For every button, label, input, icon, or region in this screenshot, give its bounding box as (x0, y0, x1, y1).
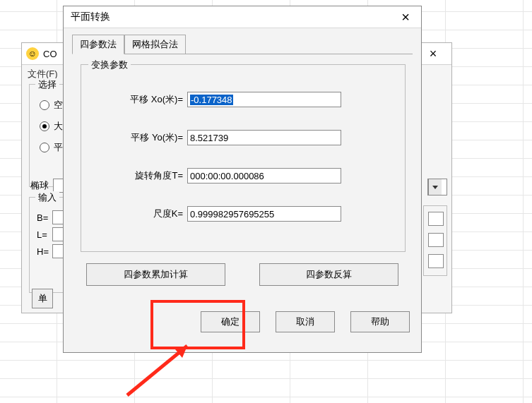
k-input[interactable]: 0.999982957695255 (187, 206, 341, 222)
yo-label: 平移 Yo(米)= (105, 131, 187, 144)
ellipsoid-label: 椭球 (30, 179, 49, 192)
tabs: 四参数法 网格拟合法 (72, 35, 413, 54)
dialog-close-button[interactable]: × (390, 10, 421, 24)
xo-input[interactable]: -0.177348 (187, 92, 341, 107)
t-input[interactable]: 000:00:00.000086 (187, 168, 341, 184)
background-close-button[interactable]: × (419, 47, 447, 60)
mid-button-row: 四参数累加计算 四参数反算 (86, 263, 398, 286)
help-button[interactable]: 帮助 (350, 311, 410, 332)
cancel-button-label: 取消 (296, 315, 314, 328)
yo-value: 8.521739 (190, 133, 228, 143)
background-title: CO (43, 49, 57, 59)
back-combo[interactable] (427, 179, 447, 196)
radio-dot-icon (40, 100, 49, 110)
input-group-legend: 输入 (35, 191, 59, 204)
k-value: 0.999982957695255 (190, 209, 274, 219)
back-right-input-2[interactable] (428, 233, 444, 247)
inverse-button-label: 四参数反算 (306, 268, 352, 281)
ellipsoid-row: 椭球 (30, 179, 67, 193)
ok-button[interactable]: 确定 (201, 311, 260, 332)
radio-da-label: 大 (54, 120, 63, 133)
select-group-legend: 选择 (35, 78, 59, 91)
h-label: H= (37, 246, 52, 257)
tab-grid-fit[interactable]: 网格拟合法 (124, 35, 186, 54)
accumulate-button[interactable]: 四参数累加计算 (86, 263, 225, 286)
single-button[interactable]: 单 (32, 289, 53, 308)
radio-dot-icon (40, 121, 49, 131)
l-label: L= (37, 229, 52, 240)
k-label: 尺度K= (105, 207, 187, 220)
tab-four-param[interactable]: 四参数法 (72, 35, 124, 54)
tab-grid-fit-label: 网格拟合法 (132, 39, 178, 49)
t-value: 000:00:00.000086 (190, 171, 264, 181)
smiley-icon: ☺ (26, 47, 39, 60)
inverse-button[interactable]: 四参数反算 (259, 263, 398, 286)
radio-kong-label: 空 (54, 99, 63, 112)
accumulate-button-label: 四参数累加计算 (124, 268, 188, 281)
back-right-group (423, 205, 447, 276)
cancel-button[interactable]: 取消 (276, 311, 335, 332)
single-button-label: 单 (38, 292, 47, 305)
b-label: B= (37, 212, 52, 223)
xo-label: 平移 Xo(米)= (105, 93, 187, 106)
ok-button-label: 确定 (221, 315, 240, 328)
dialog-title: 平面转换 (71, 11, 110, 23)
yo-input[interactable]: 8.521739 (187, 130, 341, 145)
back-right-input-1[interactable] (428, 212, 444, 226)
radio-dot-icon (40, 143, 49, 152)
transform-params-legend: 变换参数 (88, 59, 131, 71)
xo-value: -0.177348 (190, 95, 233, 105)
help-button-label: 帮助 (371, 315, 389, 328)
chevron-down-icon (428, 179, 442, 195)
transform-params-group: 变换参数 平移 Xo(米)= -0.177348 平移 Yo(米)= 8.521… (81, 64, 406, 252)
plane-transform-dialog: 平面转换 × 四参数法 网格拟合法 变换参数 平移 Xo(米)= -0.1773… (63, 6, 422, 353)
t-label: 旋转角度T= (105, 169, 187, 182)
back-right-input-3[interactable] (428, 254, 444, 268)
radio-ping-label: 平 (54, 141, 63, 154)
tab-four-param-label: 四参数法 (80, 39, 117, 49)
dialog-footer-buttons: 确定 取消 帮助 (201, 311, 410, 332)
dialog-titlebar: 平面转换 × (64, 6, 421, 28)
